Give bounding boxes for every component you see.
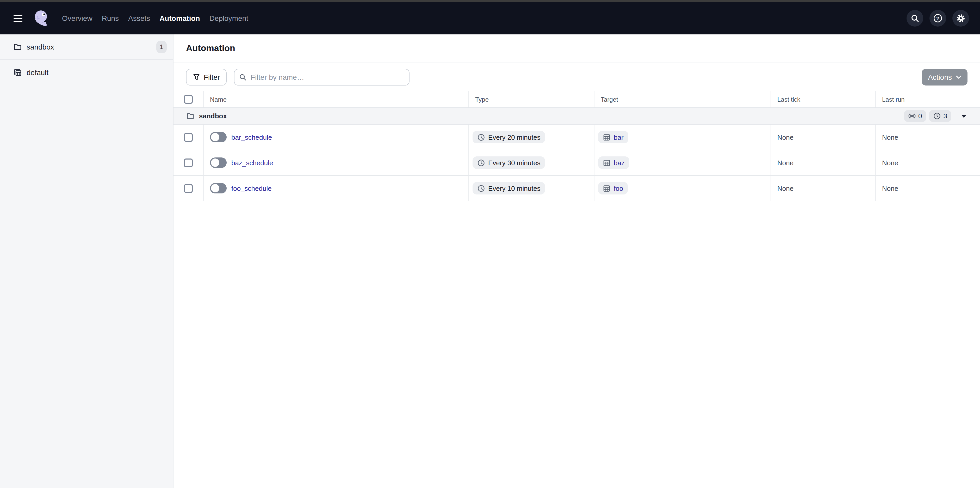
last-tick-value: None xyxy=(771,124,876,150)
nav-item-assets[interactable]: Assets xyxy=(128,14,150,22)
schedule-interval-chip: Every 20 minutes xyxy=(473,131,545,144)
clock-icon xyxy=(477,159,485,167)
group-name: sandbox xyxy=(199,112,227,120)
search-icon xyxy=(239,73,247,81)
clock-icon xyxy=(933,112,941,120)
last-run-value: None xyxy=(876,124,980,150)
code-locations-sidebar: sandbox 1 default xyxy=(0,34,173,488)
count-badge: 1 xyxy=(156,41,167,53)
schedule-interval: Every 10 minutes xyxy=(488,184,541,192)
schedule-name-link[interactable]: baz_schedule xyxy=(231,159,273,167)
folder-icon xyxy=(14,43,22,51)
column-header-last-run: Last run xyxy=(876,91,980,107)
sensors-count-badge: 0 xyxy=(904,110,926,122)
nav-item-deployment[interactable]: Deployment xyxy=(210,14,248,22)
schedule-interval: Every 30 minutes xyxy=(488,159,541,167)
name-filter-input[interactable] xyxy=(234,69,409,85)
navbar-left: Overview Runs Assets Automation Deployme… xyxy=(0,9,248,28)
table-icon xyxy=(603,133,611,141)
schedule-interval-chip: Every 10 minutes xyxy=(473,182,545,195)
table-header-row: Name Type Target Last tick Last run xyxy=(173,91,980,108)
select-all-checkbox[interactable] xyxy=(184,95,193,104)
help-icon: ? xyxy=(933,14,942,23)
schedules-count: 3 xyxy=(943,112,947,120)
group-counters: 0 3 xyxy=(904,110,966,122)
actions-button-label: Actions xyxy=(928,73,952,81)
target-link[interactable]: bar xyxy=(614,133,624,141)
collapse-caret-icon[interactable] xyxy=(961,115,966,118)
automations-table: Name Type Target Last tick Last run sand… xyxy=(173,91,980,201)
main-panel: Automation Filter Actions xyxy=(173,34,980,488)
window-top-strip xyxy=(0,0,980,2)
sidebar-item-default[interactable]: default xyxy=(0,59,173,85)
target-chip[interactable]: bar xyxy=(598,131,628,144)
last-run-value: None xyxy=(876,150,980,175)
table-icon xyxy=(603,184,611,192)
column-header-name: Name xyxy=(204,91,469,107)
clock-icon xyxy=(477,184,485,192)
chevron-down-icon xyxy=(956,75,961,78)
table-row: bar_schedule Every 20 minutes xyxy=(173,124,980,150)
enable-toggle[interactable] xyxy=(210,158,227,168)
name-filter xyxy=(234,69,409,85)
target-chip[interactable]: foo xyxy=(598,182,628,195)
sensors-count: 0 xyxy=(918,112,922,120)
nav-item-automation[interactable]: Automation xyxy=(159,14,200,22)
svg-text:?: ? xyxy=(936,16,939,21)
table-icon xyxy=(603,159,611,167)
column-header-target: Target xyxy=(595,91,771,107)
table-row: baz_schedule Every 30 minutes xyxy=(173,150,980,176)
last-run-value: None xyxy=(876,176,980,201)
column-header-last-tick: Last tick xyxy=(771,91,876,107)
sidebar-item-label: default xyxy=(27,68,48,77)
search-icon xyxy=(910,14,919,23)
sensor-icon xyxy=(908,112,916,120)
gear-icon xyxy=(956,14,966,23)
search-button[interactable] xyxy=(907,10,923,27)
settings-button[interactable] xyxy=(952,10,969,27)
target-link[interactable]: baz xyxy=(614,159,625,167)
folder-icon xyxy=(186,112,194,120)
table-row: foo_schedule Every 10 minutes xyxy=(173,176,980,201)
schedule-name-link[interactable]: bar_schedule xyxy=(231,133,272,141)
schedule-name-link[interactable]: foo_schedule xyxy=(231,184,272,192)
enable-toggle[interactable] xyxy=(210,183,227,193)
row-checkbox[interactable] xyxy=(184,158,193,167)
page-title: Automation xyxy=(186,43,235,54)
schedule-interval: Every 20 minutes xyxy=(488,133,541,141)
last-tick-value: None xyxy=(771,176,876,201)
top-navbar: Overview Runs Assets Automation Deployme… xyxy=(0,2,980,34)
nav-item-overview[interactable]: Overview xyxy=(62,14,92,22)
page-header: Automation xyxy=(173,34,980,62)
dagster-logo[interactable] xyxy=(32,9,51,28)
group-row-sandbox[interactable]: sandbox 0 xyxy=(173,108,980,124)
row-checkbox[interactable] xyxy=(184,133,193,142)
clock-icon xyxy=(477,133,485,141)
actions-button[interactable]: Actions xyxy=(922,69,967,85)
funnel-icon xyxy=(193,73,200,81)
column-header-type: Type xyxy=(469,91,595,107)
schedules-count-badge: 3 xyxy=(929,110,951,122)
last-tick-value: None xyxy=(771,150,876,175)
navbar-tools: ? xyxy=(907,10,980,27)
sidebar-item-sandbox[interactable]: sandbox 1 xyxy=(0,34,173,59)
app-root: Overview Runs Assets Automation Deployme… xyxy=(0,0,980,488)
sidebar-item-label: sandbox xyxy=(27,43,54,51)
target-chip[interactable]: baz xyxy=(598,156,629,169)
toolbar: Filter Actions xyxy=(173,62,980,91)
workspace-icon xyxy=(14,68,22,77)
primary-nav: Overview Runs Assets Automation Deployme… xyxy=(62,14,248,23)
target-link[interactable]: foo xyxy=(614,184,623,192)
nav-item-runs[interactable]: Runs xyxy=(102,14,119,22)
hamburger-menu-button[interactable] xyxy=(14,15,22,22)
enable-toggle[interactable] xyxy=(210,132,227,142)
schedule-interval-chip: Every 30 minutes xyxy=(473,156,545,169)
row-checkbox[interactable] xyxy=(184,184,193,193)
filter-button[interactable]: Filter xyxy=(186,69,227,85)
filter-button-label: Filter xyxy=(204,73,220,81)
help-button[interactable]: ? xyxy=(929,10,946,27)
